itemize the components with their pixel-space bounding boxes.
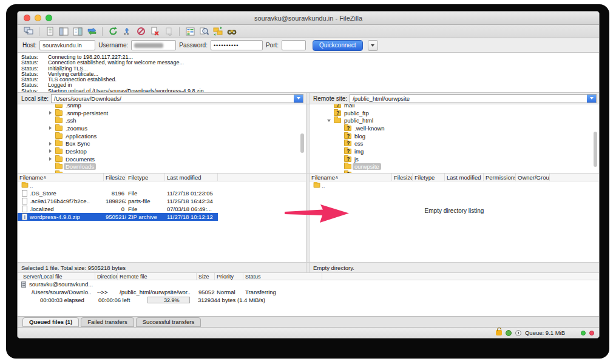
- folder-icon: [55, 164, 63, 169]
- tree-item[interactable]: Box Sync: [18, 140, 306, 147]
- disclosure-triangle-icon[interactable]: [49, 142, 52, 146]
- remote-tree-scrollbar[interactable]: [594, 132, 597, 167]
- host-input[interactable]: souravkundu.in: [39, 40, 95, 50]
- queue-transfer-row[interactable]: /Users/sourav/Downlo.. -->> /public_html…: [18, 288, 599, 296]
- message-log-toggle-icon[interactable]: [44, 26, 56, 37]
- file-row[interactable]: .DS_Store 8196 File 11/27/18 01:23:05: [18, 189, 306, 197]
- tree-item[interactable]: [18, 170, 306, 173]
- tree-item[interactable]: js: [310, 155, 599, 163]
- tree-item[interactable]: public_html: [310, 116, 599, 124]
- close-button[interactable]: [24, 15, 30, 21]
- tree-item[interactable]: .well-known: [310, 124, 599, 132]
- file-icon: [22, 190, 27, 197]
- tree-item[interactable]: .ssh: [18, 116, 306, 124]
- tls-lock-icon[interactable]: [496, 330, 502, 335]
- local-directory-tree: .snmp .snmp-persistent .ssh .zoomus Appl…: [18, 104, 306, 173]
- column-header-server-local-file[interactable]: Server/Local file: [21, 273, 95, 280]
- disclosure-triangle-icon[interactable]: [49, 126, 52, 130]
- file-row[interactable]: .ac9a1716b4c9f7b2ce.. 1898263 parts-file…: [18, 197, 306, 205]
- zoom-button[interactable]: [46, 15, 52, 21]
- disclosure-triangle-icon[interactable]: [327, 120, 331, 122]
- tree-item[interactable]: public_ftp: [310, 109, 599, 117]
- column-header-permissions[interactable]: Permissions: [484, 174, 516, 181]
- disclosure-triangle-icon[interactable]: [49, 157, 52, 161]
- log-line: Status:TLS connection established.: [21, 77, 599, 83]
- password-input[interactable]: ••••••••••: [211, 40, 263, 50]
- quickconnect-button[interactable]: Quickconnect: [313, 40, 363, 51]
- disclosure-triangle-icon[interactable]: [49, 111, 52, 115]
- column-header-owner-group[interactable]: Owner/Group: [516, 174, 550, 181]
- activity-clock-icon[interactable]: [515, 330, 521, 336]
- filezilla-window: souravku@souravkundu.in - FileZilla: [17, 11, 600, 339]
- empty-directory-message: Empty directory listing: [310, 207, 599, 214]
- tree-item[interactable]: css: [310, 140, 599, 147]
- tree-item[interactable]: .snmp: [18, 104, 306, 109]
- quickconnect-dropdown-button[interactable]: [368, 40, 378, 51]
- file-row[interactable]: .localized 0 File 07/03/18 06:49:...: [18, 205, 306, 213]
- file-row[interactable]: ..: [18, 181, 306, 189]
- username-label: Username:: [98, 42, 128, 49]
- tree-item[interactable]: Applications: [18, 132, 306, 140]
- column-header-filesize[interactable]: Filesize: [392, 174, 413, 181]
- site-manager-icon[interactable]: [22, 26, 35, 37]
- tree-item[interactable]: Desktop: [18, 147, 306, 155]
- tree-item[interactable]: blog: [310, 132, 599, 140]
- quickconnect-bar: Host: souravkundu.in Username: Password:…: [18, 38, 599, 53]
- local-tree-scrollbar[interactable]: [300, 133, 304, 153]
- column-header-size[interactable]: Size: [197, 273, 215, 280]
- local-tree-toggle-icon[interactable]: [58, 26, 70, 37]
- file-row-selected[interactable]: wordpress-4.9.8.zip 9505218 ZIP archive …: [18, 213, 218, 221]
- find-files-icon[interactable]: [226, 26, 238, 37]
- traffic-lights: [24, 15, 52, 21]
- transfer-queue-toggle-icon[interactable]: [86, 26, 98, 37]
- remote-site-bar: Remote site: /public_html/ourwpsite: [310, 93, 599, 104]
- column-header-filesize[interactable]: Filesize: [104, 174, 126, 181]
- cancel-operation-icon[interactable]: [135, 26, 147, 37]
- tree-item[interactable]: Documents: [18, 155, 306, 163]
- column-header-direction[interactable]: Direction: [95, 273, 118, 280]
- tab-failed-transfers[interactable]: Failed transfers: [81, 317, 134, 327]
- tree-item[interactable]: .snmp-persistent: [18, 109, 306, 117]
- username-input[interactable]: [131, 40, 176, 50]
- queue-server-row[interactable]: souravku@souravkund...: [18, 280, 599, 288]
- tab-queued-files[interactable]: Queued files (1): [22, 317, 79, 327]
- remote-tree-toggle-icon[interactable]: [72, 26, 84, 37]
- remote-file-list: Filename Filesize Filetype Last modified…: [310, 174, 599, 262]
- directory-comparison-icon[interactable]: [198, 26, 210, 37]
- refresh-icon[interactable]: [107, 26, 119, 37]
- column-header-status[interactable]: Status: [243, 273, 322, 280]
- unknown-folder-icon: [344, 157, 351, 162]
- remote-site-dropdown-button[interactable]: [587, 95, 596, 103]
- remote-site-path-combo[interactable]: /public_html/ourwpsite: [350, 94, 597, 103]
- tree-item[interactable]: .zoomus: [18, 124, 306, 132]
- disconnect-icon[interactable]: [149, 26, 161, 37]
- encryption-badge-icon[interactable]: [506, 330, 512, 336]
- column-header-remote-file[interactable]: Remote file: [118, 273, 197, 280]
- directory-listing-filters-icon[interactable]: [184, 26, 196, 37]
- column-header-last-modified[interactable]: Last modified: [165, 174, 218, 181]
- toolbar-separator: [102, 27, 103, 36]
- column-header-filename[interactable]: Filename: [18, 174, 104, 181]
- tree-item-selected[interactable]: ourwpsite: [310, 163, 599, 171]
- minimize-button[interactable]: [35, 15, 41, 21]
- local-site-bar: Local site: /Users/sourav/Downloads/: [18, 93, 306, 104]
- tree-item[interactable]: [310, 170, 599, 173]
- file-row[interactable]: ..: [310, 181, 599, 189]
- disclosure-triangle-icon[interactable]: [49, 149, 52, 153]
- column-header-last-modified[interactable]: Last modified: [445, 174, 484, 181]
- tree-item[interactable]: img: [310, 147, 599, 155]
- local-site-dropdown-button[interactable]: [294, 95, 303, 103]
- tab-successful-transfers[interactable]: Successful transfers: [136, 317, 201, 327]
- tree-item-selected[interactable]: Downloads: [18, 163, 306, 171]
- synchronized-browsing-icon[interactable]: [212, 26, 224, 37]
- process-queue-icon[interactable]: [121, 26, 133, 37]
- column-header-filetype[interactable]: Filetype: [126, 174, 165, 181]
- column-header-priority[interactable]: Priority: [215, 273, 243, 280]
- local-site-path-combo[interactable]: /Users/sourav/Downloads/: [51, 94, 303, 103]
- site-bars: Local site: /Users/sourav/Downloads/ Rem…: [18, 93, 599, 104]
- port-input[interactable]: [282, 40, 306, 50]
- column-header-filetype[interactable]: Filetype: [413, 174, 445, 181]
- column-header-filename[interactable]: Filename: [310, 174, 392, 181]
- tree-item[interactable]: mail: [310, 104, 599, 109]
- reconnect-icon[interactable]: [163, 26, 175, 37]
